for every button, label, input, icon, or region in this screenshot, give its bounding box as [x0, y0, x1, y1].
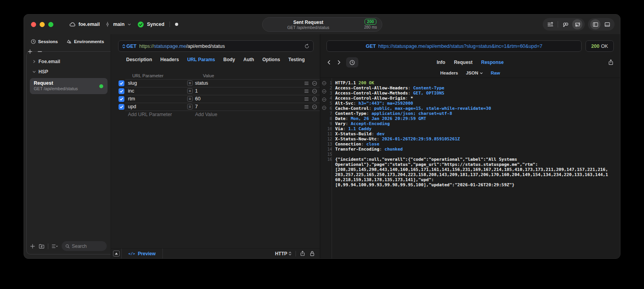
tab-url-params[interactable]: URL Params: [187, 57, 215, 62]
line-number: [320, 177, 335, 182]
tab-description[interactable]: Description: [126, 57, 152, 62]
line-content: Via: 1.1 Caddy: [335, 126, 372, 131]
code-line: 8Date: Mon, 26 Jan 2026 20:29:59 GMT: [320, 116, 620, 121]
param-value-field[interactable]: 1: [195, 88, 198, 94]
preview-toggle[interactable]: </> Preview: [122, 249, 163, 258]
param-name-field[interactable]: rtm: [128, 96, 187, 102]
chevron-down-icon[interactable]: [127, 22, 131, 27]
request-cycle-button[interactable]: [572, 19, 582, 29]
updown-chevrons-icon: [288, 251, 292, 256]
remove-session-icon[interactable]: [37, 49, 42, 54]
method-selector[interactable]: GET: [122, 44, 137, 49]
back-icon[interactable]: [327, 60, 331, 65]
toggle-sidebar-button[interactable]: [590, 19, 600, 29]
subtab-raw[interactable]: Raw: [491, 71, 500, 75]
import-sort-button[interactable]: [545, 19, 555, 29]
line-content: Access-Control-Allow-Headers: Content-Ty…: [335, 85, 444, 91]
sidebar-tab-environments[interactable]: Environments: [66, 39, 104, 44]
subtab-json[interactable]: JSON: [466, 71, 483, 75]
share-icon[interactable]: [300, 251, 305, 256]
param-enabled-checkbox[interactable]: [119, 88, 124, 94]
column-url-parameter: URL Parameter: [132, 73, 195, 78]
chain-requests-button[interactable]: [560, 19, 571, 29]
tab-options[interactable]: Options: [262, 57, 280, 62]
request-list-item-selected[interactable]: Request GET /api/embed/status: [30, 78, 108, 94]
tree-item-hsp[interactable]: HSP: [27, 67, 111, 77]
response-body-viewer[interactable]: 1HTTP/1.1 200 OK2Access-Control-Allow-He…: [320, 78, 620, 258]
collapse-section-icon[interactable]: [322, 105, 327, 110]
tab-info[interactable]: Info: [437, 60, 445, 65]
request-url-bar[interactable]: GET https://statuspage.me/api/embed/stat…: [118, 40, 314, 52]
url-params-table: URL Parameter Value slug=statusinc=1rtm=…: [111, 72, 320, 118]
tab-headers[interactable]: Headers: [161, 57, 179, 62]
add-param-name-placeholder[interactable]: Add URL Parameter: [128, 112, 187, 117]
search-input[interactable]: [72, 244, 103, 249]
drag-handle-icon[interactable]: [304, 105, 309, 109]
tab-response[interactable]: Response: [481, 60, 504, 65]
remove-param-icon[interactable]: [312, 104, 317, 109]
drag-handle-icon[interactable]: [304, 81, 309, 85]
request-item-title: Request: [34, 80, 104, 86]
footer-divider: [296, 251, 296, 256]
sent-request-subtitle: GET /api/embed/status: [287, 25, 329, 30]
share-icon[interactable]: [608, 59, 614, 65]
param-enabled-checkbox[interactable]: [119, 80, 124, 86]
url-path: /api/embed/status: [186, 44, 225, 49]
param-name-field[interactable]: inc: [128, 88, 187, 94]
drag-handle-icon[interactable]: [304, 97, 309, 101]
equals-operator-icon[interactable]: =: [187, 88, 193, 94]
lock-icon[interactable]: [310, 251, 315, 256]
remove-param-icon[interactable]: [312, 89, 317, 94]
sidebar: Sessions Environments: [24, 34, 111, 258]
add-param-value-placeholder[interactable]: Add Value: [195, 112, 217, 117]
tab-auth[interactable]: Auth: [243, 57, 254, 62]
response-request-line[interactable]: GET https://statuspage.me/api/embed/stat…: [327, 40, 582, 52]
collapse-editor-button[interactable]: [111, 249, 122, 258]
line-content: Alt-Svc: h3=":443"; ma=2592000: [335, 101, 413, 106]
param-value-field[interactable]: 60: [195, 96, 201, 102]
add-param-row[interactable]: Add URL Parameter Add Value: [111, 111, 320, 118]
tab-body[interactable]: Body: [223, 57, 235, 62]
tree-item-foe-email[interactable]: Foe.email: [27, 56, 111, 67]
collapse-section-icon[interactable]: [322, 89, 327, 94]
tab-request[interactable]: Request: [454, 60, 473, 65]
code-line: 4Access-Control-Allow-Origin: *: [320, 96, 620, 101]
refresh-icon[interactable]: [304, 44, 310, 49]
sent-request-summary[interactable]: Sent Request GET /api/embed/status 200 2…: [262, 17, 382, 32]
equals-operator-icon[interactable]: =: [187, 96, 193, 102]
forward-icon[interactable]: [337, 60, 341, 65]
list-view-options-icon[interactable]: [51, 244, 58, 249]
remove-param-icon[interactable]: [312, 81, 317, 86]
sidebar-search[interactable]: [62, 241, 107, 251]
collapse-section-icon[interactable]: [322, 97, 327, 102]
new-folder-icon[interactable]: [38, 243, 45, 249]
protocol-selector[interactable]: HTTP: [275, 251, 292, 256]
line-content: Connection: close: [335, 142, 379, 147]
add-request-icon[interactable]: [30, 244, 35, 249]
close-window-button[interactable]: [31, 22, 36, 27]
line-content: [208,205,145,298,443,140,160,165,171,161…: [335, 167, 608, 172]
drag-handle-icon[interactable]: [304, 89, 309, 93]
subtab-headers[interactable]: Headers: [440, 71, 458, 75]
toggle-bottom-panel-button[interactable]: [602, 19, 612, 29]
history-button[interactable]: [346, 57, 358, 67]
branch-name[interactable]: main: [113, 22, 124, 27]
equals-operator-icon[interactable]: =: [187, 104, 193, 109]
zoom-window-button[interactable]: [48, 22, 53, 27]
protocol-label: HTTP: [275, 251, 287, 256]
collapse-section-icon[interactable]: [322, 81, 327, 85]
param-value-field[interactable]: status: [195, 80, 208, 86]
param-enabled-checkbox[interactable]: [119, 104, 124, 110]
param-name-field[interactable]: upd: [128, 104, 187, 109]
request-status-dot: [99, 84, 103, 88]
minimize-window-button[interactable]: [40, 22, 45, 27]
tab-testing[interactable]: Testing: [288, 57, 305, 62]
param-name-field[interactable]: slug: [128, 80, 187, 86]
param-value-field[interactable]: 7: [195, 104, 198, 109]
add-session-icon[interactable]: [27, 49, 33, 54]
sidebar-tab-sessions[interactable]: Sessions: [31, 39, 58, 44]
remove-param-icon[interactable]: [312, 96, 317, 102]
equals-operator-icon[interactable]: =: [187, 80, 193, 86]
param-enabled-checkbox[interactable]: [119, 96, 124, 102]
project-name[interactable]: foe.email: [78, 22, 100, 27]
